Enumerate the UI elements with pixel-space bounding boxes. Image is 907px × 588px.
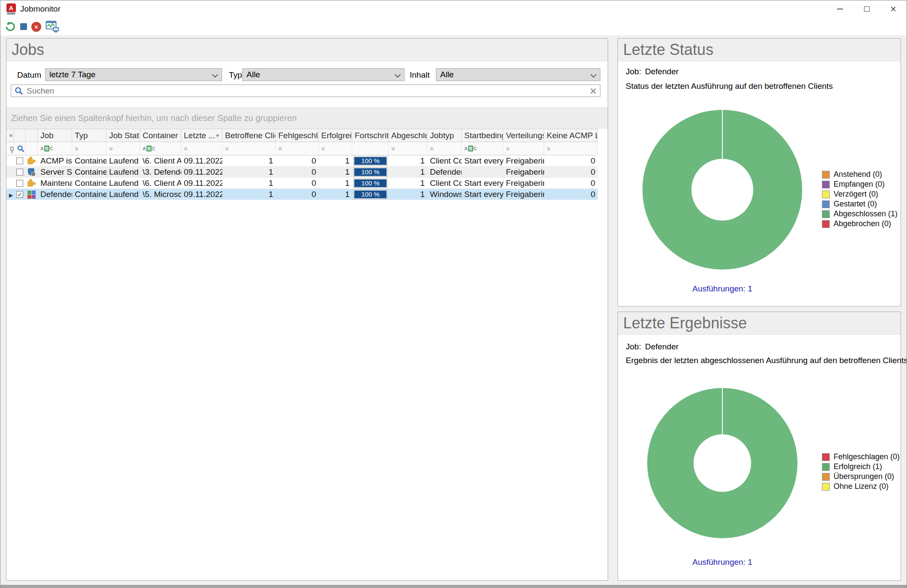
cell-Job: Maintena... xyxy=(38,178,72,189)
cell-Startbeding...: Start every ... xyxy=(462,189,503,200)
jobmonitor-window-icon xyxy=(46,21,59,33)
status-executions-link[interactable]: Ausführungen: 1 xyxy=(618,284,827,294)
equals-filter-icon: = xyxy=(75,145,79,152)
legend-label: Verzögert (0) xyxy=(834,190,878,199)
text-filter-icon: ABC xyxy=(143,145,155,152)
filter-cell-13[interactable]: = xyxy=(427,142,462,155)
cell-Jobtyp: Defender xyxy=(427,167,462,178)
jobmonitor-window: A Jobmonitor × × xyxy=(0,0,907,588)
progress-value: 100 % xyxy=(354,157,387,165)
cell-Jobtyp: Windows... xyxy=(427,189,462,200)
column-header-Startbeding...[interactable]: Startbeding... xyxy=(462,129,503,142)
window-title: Jobmonitor xyxy=(20,4,61,14)
cell-Verteilungs...: Freigabering xyxy=(503,167,544,178)
jobs-panel-title: Jobs xyxy=(6,39,608,61)
puzzle-icon xyxy=(27,179,36,188)
filter-cell-14[interactable]: ABC xyxy=(462,142,503,155)
filter-cell-16[interactable]: = xyxy=(544,142,598,155)
cell-Erfolgreich: 1 xyxy=(319,155,352,167)
row-checkbox[interactable] xyxy=(16,158,23,164)
legend-swatch xyxy=(822,210,830,218)
column-header-Letzte ...[interactable]: Letzte ...▼ xyxy=(181,129,222,142)
column-header-Typ[interactable]: Typ xyxy=(72,129,107,142)
job-label: Job: xyxy=(626,67,641,76)
table-body: ACMP ist ...ContainerLaufend\6. Client A… xyxy=(6,155,598,200)
progress-bar: 100 % xyxy=(353,167,387,177)
filter-cell-7[interactable]: = xyxy=(181,142,222,155)
filter-cell-15[interactable]: = xyxy=(503,142,544,155)
filter-cell-12[interactable]: = xyxy=(389,142,427,155)
cell-Container P...: \3. Defende... xyxy=(140,167,181,178)
row-checkbox[interactable] xyxy=(16,169,23,176)
row-indicator xyxy=(6,167,14,178)
cell-Keine ACMP Li...: 0 xyxy=(544,167,598,178)
cell-Job Status: Laufend xyxy=(107,167,140,178)
maximize-button[interactable] xyxy=(853,0,880,18)
cell-Keine ACMP Li...: 0 xyxy=(544,155,598,167)
progress-value: 100 % xyxy=(354,168,387,176)
defender-icon xyxy=(27,190,36,199)
column-header-Betroffene Clie...[interactable]: Betroffene Clie... xyxy=(222,129,276,142)
cell-Fortschritt: 100 % xyxy=(352,155,389,167)
filter-cell-5[interactable]: = xyxy=(107,142,140,155)
row-checkbox[interactable] xyxy=(16,180,23,187)
app-logo-icon: A xyxy=(6,3,16,15)
column-header-Keine ACMP Li...[interactable]: Keine ACMP Li... xyxy=(544,129,598,142)
filter-cell-8[interactable]: = xyxy=(222,142,276,155)
column-header-blank-0: * xyxy=(6,129,14,142)
status-donut-chart xyxy=(642,110,802,270)
typ-dropdown[interactable]: Alle xyxy=(242,68,405,81)
minimize-button[interactable] xyxy=(827,0,853,18)
status-description: Status der letzten Ausführung auf den be… xyxy=(626,82,833,91)
clear-search-icon[interactable]: × xyxy=(590,85,597,97)
close-icon: × xyxy=(890,4,896,14)
column-header-Verteilungs...[interactable]: Verteilungs... xyxy=(503,129,544,142)
column-header-blank-2 xyxy=(26,129,38,142)
job-type-cell xyxy=(26,178,38,189)
table-row[interactable]: ▶✓DefenderContainerLaufend\5. Microsof..… xyxy=(6,189,598,200)
cell-Typ: Container xyxy=(72,189,107,200)
table-row[interactable]: Maintena...ContainerLaufend\6. Client A.… xyxy=(6,178,598,189)
filter-cell-6[interactable]: ABC xyxy=(140,142,181,155)
filter-cell-0[interactable] xyxy=(6,142,14,155)
datum-value: letzte 7 Tage xyxy=(49,70,95,79)
progress-value: 100 % xyxy=(354,179,387,187)
inhalt-dropdown[interactable]: Alle xyxy=(436,68,600,81)
legend-swatch xyxy=(822,181,830,188)
filter-cell-3[interactable]: ABC xyxy=(38,142,72,155)
cell-Startbeding...: Start every ... xyxy=(462,178,503,189)
column-header-Erfolgreich[interactable]: Erfolgreich xyxy=(319,129,352,142)
refresh-button[interactable] xyxy=(5,19,16,34)
search-input[interactable] xyxy=(26,86,587,96)
cell-Job: Server S... xyxy=(38,167,72,178)
open-jobmonitor-button[interactable] xyxy=(46,19,59,34)
cell-Erfolgreich: 1 xyxy=(319,178,352,189)
table-row[interactable]: Server S...ContainerLaufend\3. Defende..… xyxy=(6,167,598,178)
stop-button[interactable] xyxy=(20,19,27,34)
column-header-Job Status[interactable]: Job Status xyxy=(107,129,140,142)
close-button[interactable]: × xyxy=(880,0,907,18)
column-header-Fortschritt[interactable]: Fortschritt xyxy=(352,129,389,142)
filter-cell-10[interactable]: = xyxy=(319,142,352,155)
filter-cell-9[interactable]: = xyxy=(276,142,319,155)
legend-item: Empfangen (0) xyxy=(822,179,898,189)
legend-swatch xyxy=(822,483,830,491)
puzzle-icon xyxy=(27,157,36,165)
column-header-Abgeschlos...[interactable]: Abgeschlos... xyxy=(389,129,427,142)
filter-cell-1[interactable] xyxy=(14,142,26,155)
column-header-Container P...[interactable]: Container P... xyxy=(140,129,181,142)
typ-label: Typ xyxy=(229,70,242,80)
table-row[interactable]: ACMP ist ...ContainerLaufend\6. Client A… xyxy=(6,155,598,167)
inhalt-label: Inhalt xyxy=(410,70,429,80)
column-header-blank-1 xyxy=(14,129,26,142)
datum-dropdown[interactable]: letzte 7 Tage xyxy=(45,68,222,81)
results-executions-link[interactable]: Ausführungen: 1 xyxy=(618,558,827,567)
filter-cell-4[interactable]: = xyxy=(72,142,107,155)
row-checkbox[interactable]: ✓ xyxy=(16,191,23,198)
column-header-Jobtyp[interactable]: Jobtyp xyxy=(427,129,462,142)
column-header-Job[interactable]: Job xyxy=(38,129,72,142)
column-header-Fehlgeschla...[interactable]: Fehlgeschla... xyxy=(276,129,319,142)
cell-Letzte ...: 09.11.2022 ... xyxy=(181,167,222,178)
cancel-button[interactable]: × xyxy=(31,19,41,34)
status-legend: Anstehend (0)Empfangen (0)Verzögert (0)G… xyxy=(822,170,898,229)
